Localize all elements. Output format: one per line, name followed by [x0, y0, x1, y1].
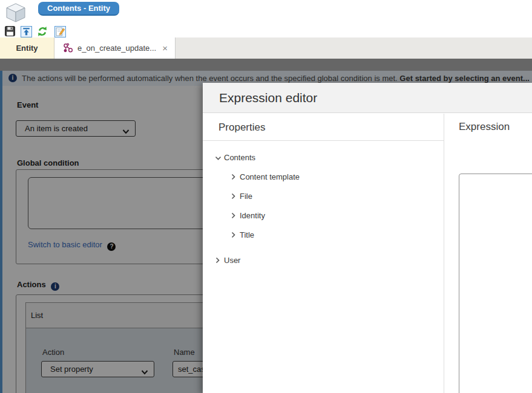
expression-editor-dialog: Expression editor Properties Contents Co… — [203, 83, 532, 393]
tree-item-title[interactable]: Title — [203, 226, 444, 245]
tab-entity[interactable]: Entity — [0, 37, 54, 59]
app-header: Contents - Entity — [0, 0, 532, 24]
package-cube-icon — [5, 2, 27, 26]
tree-item-contents[interactable]: Contents — [203, 148, 444, 167]
chevron-down-icon[interactable] — [215, 149, 224, 168]
tree-item-label: Title — [240, 230, 254, 239]
tab-event-action[interactable]: e_on_create_update... × — [54, 37, 176, 59]
close-icon[interactable]: × — [162, 37, 168, 59]
chevron-right-icon[interactable] — [215, 252, 224, 271]
dialog-header: Expression editor — [203, 83, 532, 113]
expression-textarea[interactable] — [459, 174, 532, 393]
properties-tree: Contents Content template File Identity — [203, 148, 444, 270]
chevron-right-icon[interactable] — [231, 226, 240, 245]
tree-item-identity[interactable]: Identity — [203, 206, 444, 226]
tree-item-label: File — [240, 192, 252, 201]
expression-pane: Expression — [445, 114, 532, 393]
document-tab-row: Entity e_on_create_update... × — [0, 37, 532, 59]
tab-event-action-label: e_on_create_update... — [77, 37, 156, 59]
tree-item-label: Identity — [240, 211, 265, 220]
dialog-title: Expression editor — [219, 83, 317, 113]
chevron-right-icon[interactable] — [231, 168, 240, 187]
chevron-right-icon[interactable] — [231, 207, 240, 226]
app-tab-contents-entity[interactable]: Contents - Entity — [38, 2, 119, 16]
app-window: Contents - Entity — [0, 0, 532, 393]
save-icon[interactable] — [5, 26, 15, 39]
chevron-right-icon[interactable] — [231, 187, 240, 207]
tree-item-file[interactable]: File — [203, 187, 444, 206]
tree-item-label: Contents — [224, 153, 255, 162]
toolbar — [0, 24, 532, 37]
tree-item-content-template[interactable]: Content template — [203, 167, 444, 187]
tree-item-label: Content template — [240, 172, 300, 181]
tree-item-user[interactable]: User — [203, 251, 444, 270]
event-action-icon — [63, 43, 73, 56]
properties-heading: Properties — [203, 114, 444, 141]
expression-heading: Expression — [459, 121, 510, 133]
tree-item-label: User — [224, 256, 240, 265]
properties-pane: Properties Contents Content template Fil… — [203, 114, 444, 393]
